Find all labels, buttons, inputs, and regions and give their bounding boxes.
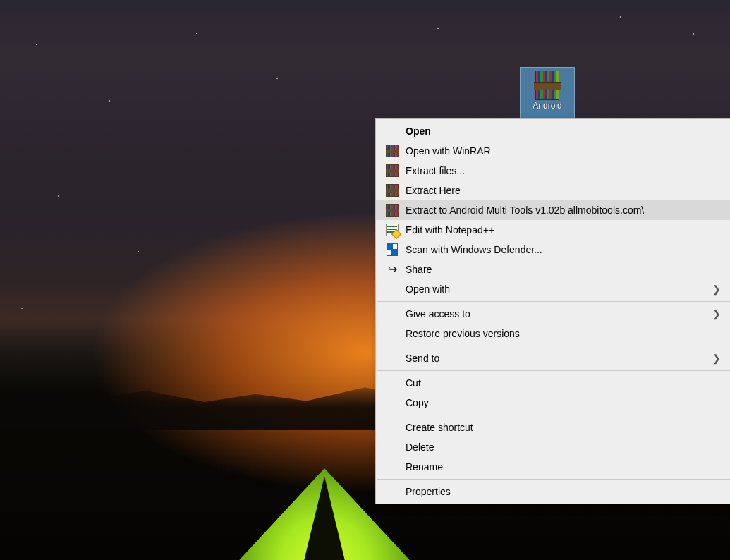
menu-open-with-winrar[interactable]: Open with WinRAR — [376, 141, 730, 161]
blank-icon — [386, 461, 399, 473]
menu-label: Cut — [406, 377, 721, 389]
menu-label: Scan with Windows Defender... — [406, 244, 721, 255]
blank-icon — [386, 327, 399, 340]
menu-extract-to-folder[interactable]: Extract to Android Multi Tools v1.02b al… — [376, 200, 730, 220]
submenu-chevron-icon: ❯ — [712, 308, 721, 319]
menu-copy[interactable]: Copy — [376, 393, 730, 413]
menu-label: Give access to — [406, 308, 707, 319]
menu-delete[interactable]: Delete — [376, 437, 730, 457]
menu-label: Open with — [406, 284, 707, 295]
blank-icon — [386, 485, 399, 498]
menu-share[interactable]: ↪ Share — [376, 260, 730, 279]
menu-scan-defender[interactable]: Scan with Windows Defender... — [376, 240, 730, 260]
blank-icon — [386, 421, 399, 434]
blank-icon — [386, 283, 399, 296]
menu-label: Create shortcut — [406, 422, 721, 433]
menu-send-to[interactable]: Send to ❯ — [376, 348, 730, 368]
menu-separator — [377, 301, 730, 302]
menu-label: Open — [406, 126, 721, 137]
menu-separator — [377, 346, 730, 346]
desktop-icon-android-archive[interactable]: Android — [520, 67, 575, 121]
submenu-chevron-icon: ❯ — [712, 284, 721, 295]
desktop-icon-label: Android — [521, 101, 574, 111]
blank-icon — [386, 396, 399, 409]
menu-label: Open with WinRAR — [406, 145, 721, 157]
menu-label: Extract files... — [406, 165, 721, 176]
menu-open-with[interactable]: Open with ❯ — [376, 279, 730, 299]
menu-label: Share — [406, 264, 721, 275]
blank-icon — [386, 377, 399, 389]
context-menu: Open Open with WinRAR Extract files... E… — [375, 118, 730, 504]
menu-open[interactable]: Open — [376, 121, 730, 141]
menu-separator — [377, 479, 730, 480]
winrar-archive-icon — [535, 71, 559, 99]
blank-icon — [386, 308, 399, 320]
menu-label: Properties — [406, 486, 721, 497]
blank-icon — [386, 441, 399, 454]
menu-cut[interactable]: Cut — [376, 373, 730, 393]
menu-label: Rename — [406, 461, 721, 473]
winrar-books-icon — [386, 184, 399, 197]
menu-extract-here[interactable]: Extract Here — [376, 181, 730, 200]
menu-separator — [377, 370, 730, 371]
menu-label: Send to — [406, 353, 707, 364]
menu-label: Delete — [406, 442, 721, 453]
menu-separator — [377, 415, 730, 415]
notepadpp-icon — [386, 224, 399, 236]
menu-label: Restore previous versions — [406, 328, 721, 339]
menu-create-shortcut[interactable]: Create shortcut — [376, 418, 730, 437]
menu-label: Extract to Android Multi Tools v1.02b al… — [406, 205, 721, 216]
menu-restore-previous-versions[interactable]: Restore previous versions — [376, 324, 730, 343]
menu-label: Edit with Notepad++ — [406, 224, 721, 236]
winrar-books-icon — [386, 164, 399, 177]
menu-label: Extract Here — [406, 185, 721, 196]
desktop-wallpaper: Android Open Open with WinRAR Extract fi… — [0, 0, 730, 560]
menu-edit-notepadpp[interactable]: Edit with Notepad++ — [376, 220, 730, 240]
submenu-chevron-icon: ❯ — [712, 353, 721, 364]
winrar-books-icon — [386, 145, 399, 157]
blank-icon — [386, 125, 399, 138]
blank-icon — [386, 352, 399, 365]
winrar-books-icon — [386, 204, 399, 217]
defender-shield-icon — [386, 243, 399, 256]
menu-properties[interactable]: Properties — [376, 482, 730, 501]
menu-give-access-to[interactable]: Give access to ❯ — [376, 304, 730, 324]
menu-extract-files[interactable]: Extract files... — [376, 161, 730, 181]
share-icon: ↪ — [386, 263, 399, 276]
menu-rename[interactable]: Rename — [376, 457, 730, 477]
menu-label: Copy — [406, 397, 721, 408]
